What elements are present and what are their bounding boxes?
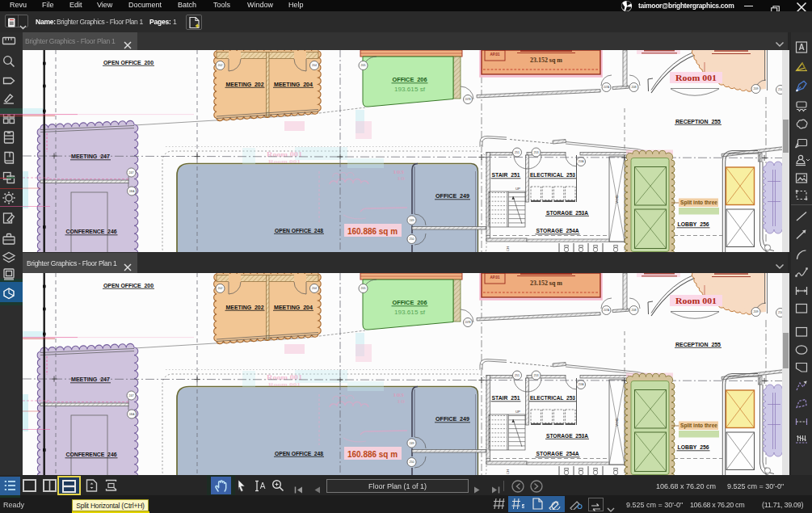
svg-text:A: A xyxy=(260,481,266,490)
svg-text:UP: UP xyxy=(515,187,520,191)
svg-text:202: 202 xyxy=(218,287,223,290)
svg-text:207A: 207A xyxy=(604,86,609,89)
svg-text:250: 250 xyxy=(410,238,414,241)
svg-text:OPEN OFFICE 248: OPEN OFFICE 248 xyxy=(275,451,323,456)
svg-text:Split into three: Split into three xyxy=(680,200,717,206)
svg-text:OFFICE 206: OFFICE 206 xyxy=(393,77,427,82)
svg-text:OPEN OFFICE 200: OPEN OFFICE 200 xyxy=(103,282,154,289)
svg-text:193.615 sf: 193.615 sf xyxy=(394,86,425,92)
svg-text:Room 001: Room 001 xyxy=(268,381,301,388)
svg-text:208: 208 xyxy=(632,86,637,89)
svg-text:VOID: VOID xyxy=(615,418,619,426)
svg-text:208: 208 xyxy=(632,309,637,312)
svg-text:OFFICE 206: OFFICE 206 xyxy=(393,300,427,305)
svg-text:MEETING 204: MEETING 204 xyxy=(274,82,313,87)
svg-text:Room 001: Room 001 xyxy=(675,296,717,305)
svg-text:AP.01: AP.01 xyxy=(490,275,500,280)
svg-text:STORAGE 253A: STORAGE 253A xyxy=(546,433,588,439)
svg-text:247: 247 xyxy=(129,171,134,175)
svg-text:RECEPTION 255: RECEPTION 255 xyxy=(675,342,721,347)
svg-text:209: 209 xyxy=(754,310,759,313)
svg-text:250: 250 xyxy=(410,460,414,464)
svg-text:246A: 246A xyxy=(129,413,135,416)
svg-text:CH: CH xyxy=(506,469,510,474)
svg-text:MEETING 204: MEETING 204 xyxy=(274,305,313,310)
svg-text:207B: 207B xyxy=(465,321,470,324)
svg-text:249: 249 xyxy=(410,219,414,222)
svg-text:ELECTRICAL 253: ELECTRICAL 253 xyxy=(530,172,575,178)
svg-text:160.886 sq m: 160.886 sq m xyxy=(347,449,398,459)
svg-text:253A: 253A xyxy=(578,160,584,163)
svg-text:209: 209 xyxy=(754,87,759,90)
svg-text:207A: 207A xyxy=(604,309,609,312)
svg-text:205: 205 xyxy=(361,64,366,67)
svg-text:Room 001: Room 001 xyxy=(268,158,301,165)
svg-text:103: 103 xyxy=(393,393,404,397)
svg-text:Room 001: Room 001 xyxy=(267,151,302,158)
svg-text:193.615 sf: 193.615 sf xyxy=(394,309,425,315)
svg-text:UP: UP xyxy=(515,410,520,414)
svg-text:207B: 207B xyxy=(465,98,470,101)
svg-text:205: 205 xyxy=(361,287,366,290)
svg-text:251: 251 xyxy=(515,151,520,154)
svg-text:204: 204 xyxy=(312,64,317,67)
svg-text:23.152 sq m: 23.152 sq m xyxy=(530,57,562,64)
svg-text:S: S xyxy=(522,502,525,510)
svg-text:204: 204 xyxy=(312,287,317,290)
svg-text:OPEN OFFICE 200: OPEN OFFICE 200 xyxy=(103,59,154,66)
svg-text:MEETING 202: MEETING 202 xyxy=(226,305,264,310)
svg-text:160.886 sq m: 160.886 sq m xyxy=(347,226,398,236)
svg-text:LOBBY 256: LOBBY 256 xyxy=(678,444,709,450)
svg-text:202: 202 xyxy=(218,64,223,67)
svg-text:ELECTRICAL 253: ELECTRICAL 253 xyxy=(530,395,575,401)
svg-text:CONFERENCE 246: CONFERENCE 246 xyxy=(66,229,117,234)
svg-text:VOID: VOID xyxy=(615,195,619,203)
svg-text:OFFICE 249: OFFICE 249 xyxy=(435,193,469,199)
svg-text:253: 253 xyxy=(534,151,539,154)
svg-text:STAIR 251: STAIR 251 xyxy=(492,395,520,401)
svg-text:Room 001: Room 001 xyxy=(675,73,717,82)
svg-text:251: 251 xyxy=(515,374,520,377)
svg-text:STAIR 251: STAIR 251 xyxy=(492,172,520,178)
svg-text:246A: 246A xyxy=(129,190,135,193)
svg-text:STORAGE 253A: STORAGE 253A xyxy=(546,210,588,216)
svg-text:10: 10 xyxy=(397,176,405,181)
svg-text:CH: CH xyxy=(506,246,510,251)
svg-text:Split into three: Split into three xyxy=(680,423,717,429)
svg-text:LOBBY 256: LOBBY 256 xyxy=(678,221,709,227)
svg-text:Room 001: Room 001 xyxy=(267,374,302,381)
svg-text:247: 247 xyxy=(129,394,134,397)
svg-text:CONFERENCE 246: CONFERENCE 246 xyxy=(66,452,117,457)
svg-text:10: 10 xyxy=(397,399,405,404)
svg-text:249: 249 xyxy=(410,442,414,445)
svg-text:STORAGE 254A: STORAGE 254A xyxy=(536,451,579,456)
svg-text:OFFICE 249: OFFICE 249 xyxy=(435,416,469,422)
svg-text:A: A xyxy=(798,43,804,52)
svg-text:103: 103 xyxy=(393,170,404,175)
svg-text:253A: 253A xyxy=(578,383,584,386)
svg-text:STORAGE 254A: STORAGE 254A xyxy=(536,228,579,233)
svg-text:MEETING 202: MEETING 202 xyxy=(226,82,264,87)
svg-text:RECEPTION 255: RECEPTION 255 xyxy=(675,119,721,124)
svg-text:OPEN OFFICE 248: OPEN OFFICE 248 xyxy=(275,228,323,233)
svg-text:253: 253 xyxy=(534,374,539,377)
svg-text:23.152 sq m: 23.152 sq m xyxy=(530,280,562,287)
svg-text:AP.01: AP.01 xyxy=(490,53,500,57)
